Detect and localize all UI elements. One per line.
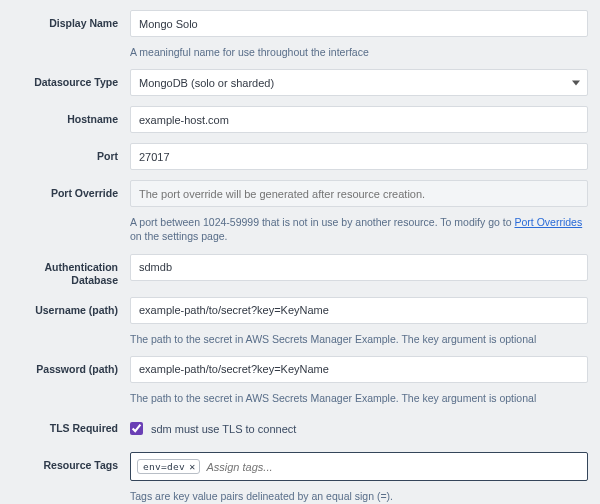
username-hint: The path to the secret in AWS Secrets Ma… (130, 332, 588, 346)
auth-database-label: Authentication Database (12, 254, 130, 287)
port-label: Port (12, 143, 130, 163)
tls-label: TLS Required (12, 415, 130, 435)
datasource-type-select[interactable]: MongoDB (solo or sharded) (130, 69, 588, 96)
tag-chip[interactable]: env=dev ✕ (137, 459, 200, 474)
display-name-input[interactable] (130, 10, 588, 37)
password-input[interactable] (130, 356, 588, 383)
tag-chip-text: env=dev (143, 461, 185, 472)
display-name-label: Display Name (12, 10, 130, 30)
username-input[interactable] (130, 297, 588, 324)
port-overrides-link[interactable]: Port Overrides (514, 216, 582, 228)
password-hint: The path to the secret in AWS Secrets Ma… (130, 391, 588, 405)
port-override-input (130, 180, 588, 207)
port-input[interactable] (130, 143, 588, 170)
hostname-input[interactable] (130, 106, 588, 133)
tags-hint: Tags are key value pairs delineated by a… (130, 489, 588, 503)
tags-input[interactable] (206, 461, 581, 473)
port-override-hint: A port between 1024-59999 that is not in… (130, 215, 588, 243)
port-override-label: Port Override (12, 180, 130, 200)
tag-remove-icon[interactable]: ✕ (189, 462, 195, 472)
tags-label: Resource Tags (12, 452, 130, 472)
hostname-label: Hostname (12, 106, 130, 126)
display-name-hint: A meaningful name for use throughout the… (130, 45, 588, 59)
auth-database-input[interactable] (130, 254, 588, 281)
password-label: Password (path) (12, 356, 130, 376)
datasource-type-label: Datasource Type (12, 69, 130, 89)
username-label: Username (path) (12, 297, 130, 317)
tls-checkbox-label: sdm must use TLS to connect (151, 423, 296, 435)
tags-box[interactable]: env=dev ✕ (130, 452, 588, 481)
tls-checkbox[interactable] (130, 422, 143, 435)
